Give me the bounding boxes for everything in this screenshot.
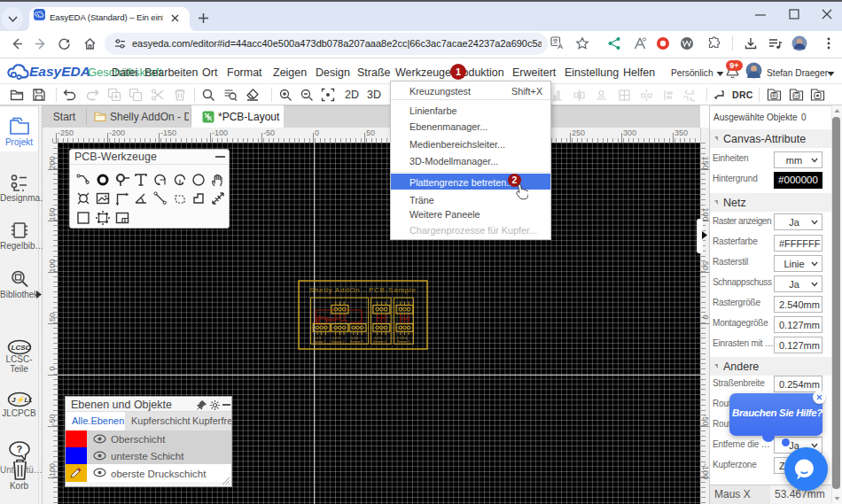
svg-text:Sensor 2: Sensor 2 — [331, 340, 344, 344]
svg-text:G: G — [794, 92, 799, 98]
svg-text:?: ? — [17, 444, 23, 454]
svg-text:J⚡LC: J⚡LC — [12, 395, 32, 404]
svg-text:Sensor 4: Sensor 4 — [373, 340, 386, 344]
svg-text:B: B — [772, 92, 776, 98]
svg-text:Sensor 3: Sensor 3 — [350, 340, 363, 344]
svg-text:Sensor 1: Sensor 1 — [313, 340, 325, 344]
svg-text:LCSC: LCSC — [12, 344, 31, 352]
svg-text:Sensor 5: Sensor 5 — [397, 340, 409, 344]
svg-text:Shelly AddOn - PCB-Sample: Shelly AddOn - PCB-Sample — [309, 286, 417, 294]
